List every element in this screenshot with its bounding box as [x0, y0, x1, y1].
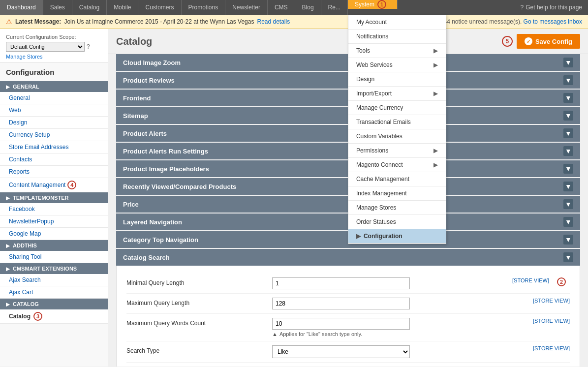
sidebar-item-newsletterpopup[interactable]: NewsletterPopup: [0, 215, 108, 228]
sidebar-item-web[interactable]: Web: [0, 104, 108, 117]
menu-my-account[interactable]: My Account: [348, 15, 446, 30]
nav-system[interactable]: System 1: [348, 0, 398, 9]
sidebar-section-templatemonster[interactable]: ▶ TEMPLATEMONSTER: [0, 192, 108, 203]
toggle-icon[interactable]: ▼: [563, 217, 573, 227]
menu-web-services[interactable]: Web Services▶: [348, 58, 446, 72]
sidebar-item-currency-setup[interactable]: Currency Setup: [0, 129, 108, 141]
chevron-down-icon: ▶: [6, 84, 10, 90]
menu-transactional-emails[interactable]: Transactional Emails: [348, 115, 446, 129]
nav-mobile[interactable]: Mobile: [107, 0, 138, 15]
toggle-icon[interactable]: ▼: [563, 128, 573, 138]
menu-tools[interactable]: Tools▶: [348, 44, 446, 58]
sidebar-item-facebook[interactable]: Facebook: [0, 203, 108, 215]
sidebar-section-general[interactable]: ▶ GENERAL: [0, 81, 108, 92]
sidebar-section-cmsmart[interactable]: ▶ CMSMART EXTENSIONS: [0, 263, 108, 274]
warning-icon: ⚠: [6, 18, 12, 26]
annotation-1: 1: [377, 0, 386, 9]
sidebar-section-catalog[interactable]: ▶ CATALOG: [0, 299, 108, 309]
save-config-button[interactable]: ✓ Save Config: [517, 34, 580, 49]
toggle-icon[interactable]: ▼: [563, 93, 573, 103]
sidebar-item-ajax-search[interactable]: Ajax Search: [0, 274, 108, 286]
menu-permissions[interactable]: Permissions▶: [348, 144, 446, 158]
menu-design[interactable]: Design: [348, 72, 446, 87]
toggle-icon[interactable]: ▼: [563, 182, 573, 191]
max-query-input[interactable]: [272, 298, 410, 309]
sidebar-item-contacts[interactable]: Contacts: [0, 153, 108, 166]
nav-catalog[interactable]: Catalog: [72, 0, 107, 15]
manage-stores-link[interactable]: Manage Stores: [6, 54, 102, 60]
catalog-search-content: Minimal Query Length [STORE VIEW] 2 Maxi…: [116, 266, 580, 367]
sidebar-item-ajax-cart[interactable]: Ajax Cart: [0, 286, 108, 299]
nav-blog[interactable]: Blog: [295, 0, 321, 15]
annotation-4: 4: [67, 181, 76, 189]
toggle-icon[interactable]: ▼: [563, 199, 573, 209]
toggle-icon[interactable]: ▼: [563, 111, 573, 121]
max-query-label: Maximum Query Length: [126, 298, 264, 306]
minimal-query-input[interactable]: [272, 277, 410, 289]
menu-configuration[interactable]: ▶Configuration: [348, 229, 446, 244]
menu-order-statuses[interactable]: Order Statuses: [348, 215, 446, 229]
max-query-wrap: [272, 298, 520, 309]
sidebar-item-store-email[interactable]: Store Email Addresses: [0, 141, 108, 153]
arrow-icon: ▶: [433, 161, 438, 168]
annotation-3: 3: [33, 312, 42, 321]
menu-configuration-arrow: ▶: [356, 233, 361, 240]
toggle-icon[interactable]: ▼: [563, 235, 573, 245]
nav-dashboard[interactable]: Dashboard: [0, 0, 43, 15]
max-words-input[interactable]: [272, 318, 410, 330]
nav-newsletter[interactable]: Newsletter: [225, 0, 268, 15]
form-row-search-type: Search Type Like Fulltext Combine (Like …: [126, 341, 570, 363]
nav-sales[interactable]: Sales: [43, 0, 72, 15]
nav-cms[interactable]: CMS: [268, 0, 295, 15]
nav-promotions[interactable]: Promotions: [182, 0, 226, 15]
menu-magento-connect[interactable]: Magento Connect▶: [348, 158, 446, 172]
scope-help-icon[interactable]: ?: [87, 43, 90, 50]
toggle-icon[interactable]: ▼: [563, 58, 573, 67]
search-type-label: Search Type: [126, 345, 264, 354]
read-details-link[interactable]: Read details: [257, 18, 290, 25]
search-type-scope: [STORE VIEW]: [533, 345, 570, 351]
form-row-max-query: Maximum Query Length [STORE VIEW]: [126, 294, 570, 314]
toggle-icon[interactable]: ▼: [563, 164, 573, 174]
annotation-2: 2: [557, 277, 566, 286]
toggle-icon[interactable]: ▼: [563, 75, 573, 85]
scope-selector: Current Configuration Scope: Default Con…: [0, 29, 108, 63]
nav-reports[interactable]: Re...: [321, 0, 348, 15]
menu-index-management[interactable]: Index Management: [348, 186, 446, 201]
sidebar-item-reports[interactable]: Reports: [0, 166, 108, 178]
menu-custom-variables[interactable]: Custom Variables: [348, 129, 446, 144]
section-catalog-search[interactable]: Catalog Search ▼: [116, 249, 580, 266]
search-type-wrap: Like Fulltext Combine (Like and Fulltext…: [272, 345, 520, 358]
menu-cache-management[interactable]: Cache Management: [348, 172, 446, 186]
help-link[interactable]: ? Get help for this page: [515, 0, 588, 15]
max-query-scope: [STORE VIEW]: [533, 298, 570, 304]
sidebar-item-general[interactable]: General: [0, 92, 108, 104]
toggle-icon[interactable]: ▼: [563, 252, 573, 262]
sidebar-item-design[interactable]: Design: [0, 117, 108, 129]
sidebar: Current Configuration Scope: Default Con…: [0, 29, 108, 367]
toggle-icon[interactable]: ▼: [563, 146, 573, 156]
arrow-icon: ▶: [433, 147, 438, 154]
messages-inbox-link[interactable]: Go to messages inbox: [524, 18, 582, 25]
menu-manage-currency[interactable]: Manage Currency: [348, 101, 446, 115]
message-bar: ⚠ Latest Message: Join Us at Imagine Com…: [0, 15, 588, 29]
form-row-layered-nav: Apply Layered Navigation if Search Resul…: [126, 363, 570, 367]
sidebar-item-content-mgmt[interactable]: Content Management 4: [0, 178, 108, 192]
arrow-icon: ▶: [433, 47, 438, 54]
nav-customers[interactable]: Customers: [138, 0, 181, 15]
form-row-minimal-query: Minimal Query Length [STORE VIEW] 2: [126, 274, 570, 294]
search-type-select[interactable]: Like Fulltext Combine (Like and Fulltext…: [272, 345, 410, 358]
menu-notifications[interactable]: Notifications: [348, 30, 446, 44]
sidebar-item-google-map[interactable]: Google Map: [0, 228, 108, 240]
chevron-down-icon: ▶: [6, 266, 10, 272]
sidebar-section-addthis[interactable]: ▶ ADDTHIS: [0, 240, 108, 251]
arrow-icon: ▶: [433, 61, 438, 68]
menu-import-export[interactable]: Import/Export▶: [348, 87, 446, 101]
scope-dropdown[interactable]: Default Config: [6, 42, 85, 52]
max-words-wrap: ▲ Applies for "Like" search type only.: [272, 318, 520, 337]
arrow-icon: ▶: [433, 90, 438, 97]
sidebar-item-sharing-tool[interactable]: Sharing Tool: [0, 251, 108, 263]
sidebar-item-catalog[interactable]: Catalog 3: [0, 309, 108, 324]
max-words-scope: [STORE VIEW]: [533, 318, 570, 324]
menu-manage-stores[interactable]: Manage Stores: [348, 201, 446, 215]
